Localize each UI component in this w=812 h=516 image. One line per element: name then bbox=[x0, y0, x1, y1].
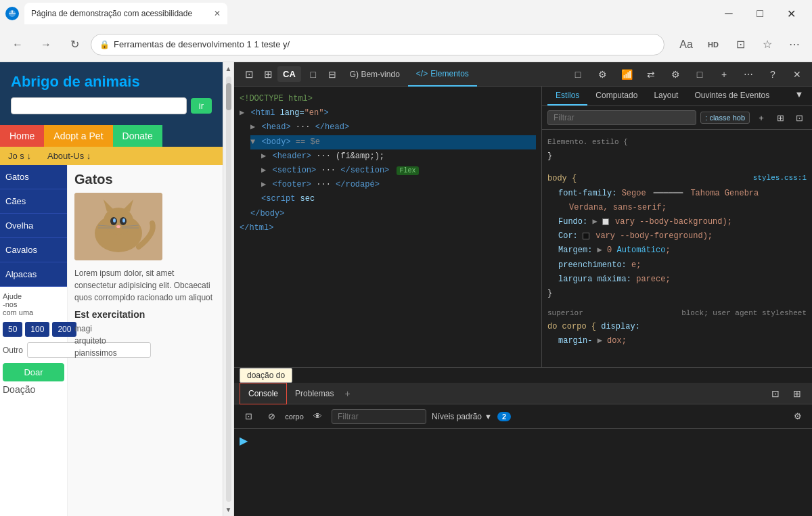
console-badge: 2 bbox=[497, 412, 511, 421]
browser-tab[interactable]: Página de demonstração com acessibilidad… bbox=[24, 3, 227, 24]
devices-button[interactable]: ⊡ bbox=[728, 32, 752, 57]
console-dock-btn[interactable]: ⊡ bbox=[766, 384, 785, 403]
devtools-tab-welcome[interactable]: G) Bem-vindo bbox=[342, 62, 408, 87]
console-expand-btn[interactable]: ⊞ bbox=[788, 384, 807, 403]
scroll-down-arrow[interactable]: ▼ bbox=[224, 505, 233, 515]
devtools-tab-actions: □ ⚙ 📶 ⇄ ⚙ □ + ⋯ ? ✕ bbox=[568, 65, 807, 84]
console-block-btn[interactable]: ⊘ bbox=[263, 408, 280, 425]
devtools-settings-icon[interactable]: ⚙ bbox=[593, 65, 612, 84]
donate-button[interactable]: Doar bbox=[3, 363, 64, 381]
tab-close[interactable]: ✕ bbox=[214, 9, 221, 18]
sidebar-item-caes[interactable]: Cães bbox=[0, 189, 67, 214]
subnav-item-jos[interactable]: Jo s ↓ bbox=[0, 147, 39, 165]
console-level-selector: Níveis padrão ▼ bbox=[432, 412, 492, 421]
html-line-script: <script sec bbox=[261, 192, 536, 206]
ca-expand-button[interactable]: □ bbox=[304, 65, 323, 84]
devtools-more-btn[interactable]: ⋯ bbox=[739, 65, 758, 84]
html-arrow-header[interactable]: ▶ bbox=[261, 151, 266, 161]
html-line-body[interactable]: ▼ <body> == $e bbox=[250, 135, 536, 149]
html-arrow-html[interactable]: ▶ bbox=[240, 108, 244, 118]
minimize-button[interactable]: ─ bbox=[713, 3, 744, 24]
styles-tab-computado[interactable]: Computado bbox=[587, 87, 646, 105]
bottom-tabs-bar: Console Problemas + ⊡ ⊞ bbox=[234, 383, 812, 404]
styles-expand-btn[interactable]: ▼ bbox=[792, 87, 807, 105]
level-label: Níveis padrão bbox=[432, 412, 482, 421]
devtools-bottom-panel: doação do Console Problemas + ⊡ ⊞ ⊡ bbox=[234, 367, 812, 516]
styles-filter-input[interactable] bbox=[547, 110, 696, 125]
address-bar[interactable]: 🔒 Ferramentas de desenvolvimento 1 1 tes… bbox=[91, 34, 664, 55]
bottom-tab-console[interactable]: Console bbox=[240, 383, 287, 404]
sidebar-item-gatos[interactable]: Gatos bbox=[0, 165, 67, 189]
console-expand-arrow[interactable]: ▶ bbox=[240, 435, 248, 446]
sidebar-item-alpacas[interactable]: Alpacas bbox=[0, 262, 67, 287]
devtools-device-icon[interactable]: □ bbox=[568, 65, 587, 84]
styles-tabs: Estilos Computado Layout Ouvintes de Eve… bbox=[542, 87, 812, 106]
maximize-button[interactable]: □ bbox=[744, 3, 775, 24]
styles-tab-estilos[interactable]: Estilos bbox=[547, 87, 587, 105]
html-arrow-footer[interactable]: ▶ bbox=[261, 180, 266, 189]
styles-link[interactable]: styles.css:1 bbox=[753, 172, 807, 185]
console-eye-btn[interactable]: 👁 bbox=[309, 408, 326, 425]
address-text: Ferramentas de desenvolvimento 1 1 teste… bbox=[114, 39, 290, 49]
bottom-tab-problems[interactable]: Problemas bbox=[287, 383, 342, 404]
ca-side-button[interactable]: ⊟ bbox=[323, 65, 342, 84]
devtools-wireless-icon[interactable]: 📶 bbox=[617, 65, 636, 84]
lock-icon: 🔒 bbox=[99, 40, 110, 49]
style-inspect-btn[interactable]: ⊞ bbox=[773, 110, 788, 125]
font-family-prop: font-family: Segoe ━━━━━━ Tahoma Genebra bbox=[558, 187, 807, 201]
search-input[interactable] bbox=[11, 97, 187, 114]
html-arrow-section[interactable]: ▶ bbox=[261, 166, 266, 175]
console-clear-btn[interactable]: ⊡ bbox=[240, 408, 257, 425]
sidebar-item-ovelha[interactable]: Ovelha bbox=[0, 214, 67, 238]
padding-prop: preenchimento: e; bbox=[558, 258, 807, 273]
webpage-sidebar: Gatos Cães Ovelha Cavalos Alpacas Ajude-… bbox=[0, 165, 68, 516]
nav-item-home[interactable]: Home bbox=[0, 125, 44, 147]
hd-button[interactable]: HD bbox=[701, 32, 725, 57]
donate-100[interactable]: 100 bbox=[25, 322, 49, 337]
back-button[interactable]: ← bbox=[5, 32, 30, 57]
forward-button[interactable]: → bbox=[34, 32, 58, 57]
devtools-window-icon[interactable]: □ bbox=[690, 65, 709, 84]
class-hob-label: : classe hob bbox=[700, 112, 750, 124]
html-arrow-body[interactable]: ▼ bbox=[250, 137, 255, 147]
inspect-element-button[interactable]: ⊡ bbox=[240, 65, 258, 84]
devtools-arrows-icon[interactable]: ⇄ bbox=[641, 65, 660, 84]
styles-chevron-down[interactable]: ▼ bbox=[792, 87, 807, 101]
more-button[interactable]: ⋯ bbox=[782, 32, 807, 57]
html-line-body-close: </body> bbox=[250, 207, 536, 221]
devtools-add-tab[interactable]: + bbox=[715, 65, 734, 84]
search-button[interactable]: ir bbox=[191, 98, 212, 114]
nav-item-adopt[interactable]: Adopt a Pet bbox=[44, 125, 112, 147]
devtools-tab-elements[interactable]: </> Elementos bbox=[408, 62, 477, 87]
scroll-up-arrow[interactable]: ▲ bbox=[224, 64, 233, 74]
favorites-button[interactable]: ☆ bbox=[755, 32, 780, 57]
subnav-item-aboutus[interactable]: About-Us ↓ bbox=[39, 147, 99, 165]
console-filter-input[interactable] bbox=[332, 409, 426, 424]
style-copy-btn[interactable]: ⊡ bbox=[792, 110, 807, 125]
sidebar-item-cavalos[interactable]: Cavalos bbox=[0, 238, 67, 262]
styles-tab-ouvintes[interactable]: Ouvintes de Eventos bbox=[686, 87, 777, 105]
webpage-panel: Abrigo de animais ir Home Adopt a Pet Do… bbox=[0, 62, 223, 516]
styles-filter-bar: : classe hob + ⊞ ⊡ bbox=[542, 106, 812, 130]
doacao-label: Doação bbox=[3, 384, 64, 395]
bottom-tab-actions: ⊡ ⊞ bbox=[766, 384, 807, 403]
device-emulation-button[interactable]: ⊞ bbox=[258, 65, 277, 84]
devtools-help-btn[interactable]: ? bbox=[763, 65, 782, 84]
refresh-button[interactable]: ↻ bbox=[62, 32, 87, 57]
styles-tab-layout[interactable]: Layout bbox=[646, 87, 686, 105]
devtools-close-btn[interactable]: ✕ bbox=[788, 65, 807, 84]
add-tab-button[interactable]: + bbox=[344, 388, 350, 399]
html-arrow-head[interactable]: ▶ bbox=[250, 122, 255, 132]
nav-item-donate[interactable]: Donate bbox=[113, 125, 162, 147]
console-corpo-btn[interactable]: corpo bbox=[286, 408, 303, 425]
bg-color-swatch bbox=[602, 218, 609, 225]
console-gear-btn[interactable]: ⚙ bbox=[789, 408, 807, 425]
elements-icon: </> bbox=[416, 69, 428, 78]
close-button[interactable]: ✕ bbox=[775, 3, 807, 24]
read-aloud-button[interactable]: Aa bbox=[674, 32, 698, 57]
donate-50[interactable]: 50 bbox=[3, 322, 22, 337]
devtools-gear-icon[interactable]: ⚙ bbox=[666, 65, 685, 84]
browser-window: Página de demonstração com acessibilidad… bbox=[0, 0, 812, 516]
superior-row: superior block; user agent stylesheet bbox=[547, 309, 807, 317]
add-style-btn[interactable]: + bbox=[754, 110, 769, 125]
